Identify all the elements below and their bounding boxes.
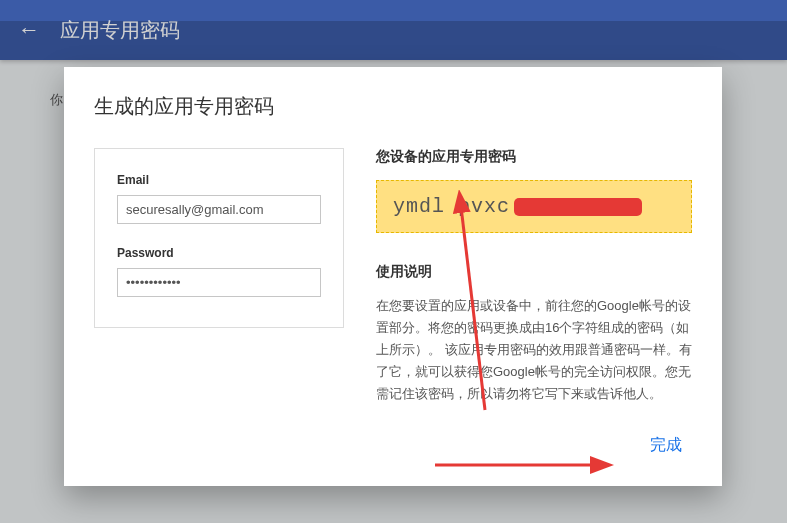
redacted-block bbox=[514, 198, 642, 216]
password-label: Password bbox=[117, 246, 321, 260]
modal-title: 生成的应用专用密码 bbox=[94, 93, 692, 120]
instructions-heading: 使用说明 bbox=[376, 263, 692, 281]
password-field[interactable] bbox=[117, 268, 321, 297]
password-heading: 您设备的应用专用密码 bbox=[376, 148, 692, 166]
done-button[interactable]: 完成 bbox=[640, 429, 692, 462]
password-field-group: Password bbox=[117, 246, 321, 297]
form-preview-column: Email Password bbox=[94, 148, 344, 405]
instructions-body: 在您要设置的应用或设备中，前往您的Google帐号的设置部分。将您的密码更换成由… bbox=[376, 295, 692, 405]
login-form-preview: Email Password bbox=[94, 148, 344, 328]
app-password-modal: 生成的应用专用密码 Email Password 您设备的应用专用密码 ymdl… bbox=[64, 67, 722, 486]
generated-password-box: ymdl pvxc bbox=[376, 180, 692, 233]
modal-footer: 完成 bbox=[94, 429, 692, 462]
email-field[interactable] bbox=[117, 195, 321, 224]
generated-password-value: ymdl pvxc bbox=[393, 195, 510, 218]
email-label: Email bbox=[117, 173, 321, 187]
modal-body: Email Password 您设备的应用专用密码 ymdl pvxc 使用说明… bbox=[94, 148, 692, 405]
email-field-group: Email bbox=[117, 173, 321, 224]
instructions-column: 您设备的应用专用密码 ymdl pvxc 使用说明 在您要设置的应用或设备中，前… bbox=[376, 148, 692, 405]
